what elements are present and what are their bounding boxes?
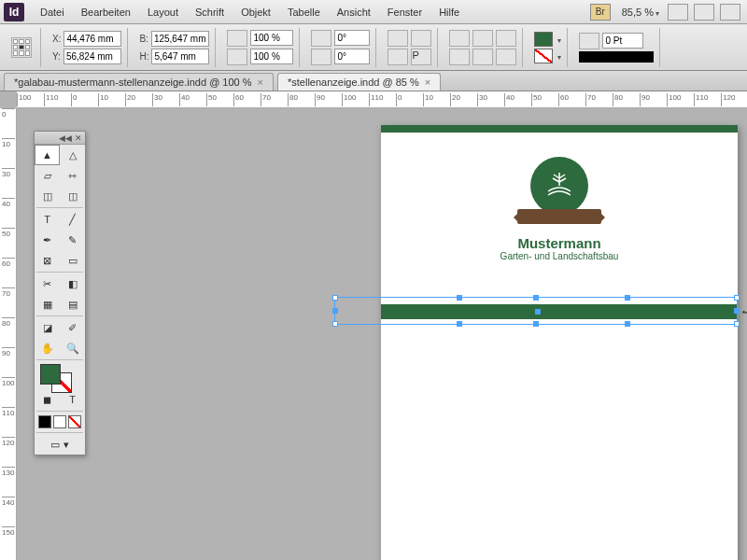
menu-datei[interactable]: Datei: [32, 7, 73, 18]
stroke-weight-field[interactable]: [602, 33, 643, 49]
scale-y-field[interactable]: [250, 49, 293, 64]
close-icon[interactable]: ×: [425, 77, 430, 88]
select-container-icon[interactable]: [449, 30, 470, 47]
document-page[interactable]: Mustermann Garten- und Landschaftsbau ⤾: [381, 125, 738, 560]
fit-frame-icon[interactable]: [496, 49, 516, 65]
arrange-button[interactable]: [694, 4, 714, 21]
rotate-ccw-icon[interactable]: [388, 30, 408, 47]
menu-ansicht[interactable]: Ansicht: [329, 7, 379, 18]
logo-ribbon: [517, 209, 601, 224]
select-content-icon[interactable]: [472, 30, 493, 47]
y-field[interactable]: [63, 49, 121, 64]
bridge-button[interactable]: Br: [590, 4, 611, 21]
gradient-feather-tool[interactable]: ▤: [60, 294, 85, 315]
rotate-cursor-icon: ⤾: [741, 305, 747, 317]
menu-hilfe[interactable]: Hilfe: [430, 7, 468, 18]
stroke-style[interactable]: [579, 51, 654, 63]
x-field[interactable]: [63, 31, 121, 47]
gap-tool[interactable]: ⇿: [60, 165, 85, 186]
zoom-level[interactable]: 85,5 %: [622, 7, 659, 18]
fill-color-swatch[interactable]: [40, 364, 61, 385]
line-tool[interactable]: ╱: [60, 209, 85, 230]
page-top-stripe: [381, 125, 738, 133]
eyedropper-tool[interactable]: ✐: [60, 317, 85, 338]
stroke-dropdown[interactable]: [556, 50, 561, 62]
workspace-button[interactable]: [720, 4, 740, 21]
stroke-weight-icon: [579, 33, 599, 49]
document-tabs: *galabau-mustermann-stellenanzeige.indd …: [0, 71, 747, 91]
menu-layout[interactable]: Layout: [139, 7, 187, 18]
tab-stellenanzeige[interactable]: *stellenanzeige.indd @ 85 %×: [277, 73, 441, 91]
ruler-vertical: 01030405060708090100110120130140150: [0, 108, 17, 560]
scale-x-icon: [227, 30, 247, 47]
h-label: H:: [139, 51, 148, 62]
brand-name: Mustermann: [381, 235, 738, 251]
rectangle-tool[interactable]: ▭: [60, 250, 85, 271]
logo-icon: [530, 157, 588, 215]
selection-tool[interactable]: ▲: [35, 145, 60, 165]
x-label: X:: [52, 34, 61, 44]
type-tool[interactable]: T: [35, 209, 60, 230]
brand-tagline: Garten- und Landschaftsbau: [381, 251, 738, 261]
rotate-icon: [311, 30, 331, 47]
height-field[interactable]: [151, 49, 209, 64]
flip-v-icon[interactable]: P: [411, 49, 431, 65]
zoom-tool[interactable]: 🔍: [60, 338, 85, 358]
apply-color-icon[interactable]: [38, 415, 51, 428]
fill-swatch[interactable]: [534, 32, 553, 47]
page-tool[interactable]: ▱: [35, 165, 60, 186]
rotate-cw-icon[interactable]: [411, 30, 431, 47]
logo-block: Mustermann Garten- und Landschaftsbau: [381, 157, 738, 261]
rotate-field[interactable]: [334, 30, 370, 46]
note-tool[interactable]: ◪: [35, 317, 60, 338]
direct-selection-tool[interactable]: △: [60, 145, 85, 165]
tools-panel: ◀◀ ✕ ▲ △ ▱ ⇿ ◫ ◫ T ╱ ✒ ✎ ⊠ ▭ ✂ ◧ ▦ ▤ ◪ ✐…: [34, 131, 86, 455]
apply-gradient-icon[interactable]: [53, 415, 66, 428]
ruler-horizontal: 1001100102030405060708090100110010203040…: [17, 91, 747, 108]
pen-tool[interactable]: ✒: [35, 230, 60, 250]
scale-x-field[interactable]: [250, 30, 293, 46]
flip-h-icon[interactable]: [388, 49, 408, 65]
scissors-tool[interactable]: ✂: [35, 273, 60, 294]
apply-none-icon[interactable]: [68, 415, 81, 428]
app-icon: Id: [4, 3, 24, 21]
width-field[interactable]: [151, 31, 209, 47]
menubar: Id Datei Bearbeiten Layout Schrift Objek…: [0, 0, 747, 24]
menu-fenster[interactable]: Fenster: [379, 7, 430, 18]
menu-schrift[interactable]: Schrift: [187, 7, 233, 18]
content-collector-tool[interactable]: ◫: [35, 186, 60, 206]
gradient-swatch-tool[interactable]: ▦: [35, 294, 60, 315]
shear-icon: [311, 49, 331, 65]
control-panel: X: Y: B: H: P: [0, 24, 747, 71]
canvas[interactable]: Mustermann Garten- und Landschaftsbau ⤾: [17, 108, 747, 560]
select-next-icon[interactable]: [449, 49, 470, 65]
stroke-swatch[interactable]: [534, 49, 553, 63]
fill-dropdown[interactable]: [556, 34, 561, 45]
shear-field[interactable]: [334, 49, 370, 64]
selection-box: ⤾: [334, 297, 738, 325]
screen-mode-button[interactable]: [668, 4, 688, 21]
y-label: Y:: [52, 51, 61, 62]
close-icon[interactable]: ×: [258, 77, 263, 88]
tab-galabau[interactable]: *galabau-mustermann-stellenanzeige.indd …: [4, 73, 274, 91]
fit-content-icon[interactable]: [472, 49, 493, 65]
menu-objekt[interactable]: Objekt: [233, 7, 279, 18]
menu-bearbeiten[interactable]: Bearbeiten: [73, 7, 139, 18]
reference-point[interactable]: [11, 37, 32, 58]
menu-tabelle[interactable]: Tabelle: [279, 7, 329, 18]
tools-header[interactable]: ◀◀ ✕: [35, 132, 85, 145]
rectangle-frame-tool[interactable]: ⊠: [35, 250, 60, 271]
content-placer-tool[interactable]: ◫: [60, 186, 85, 206]
view-mode-normal[interactable]: ▭ ▾: [35, 434, 85, 455]
select-prev-icon[interactable]: [496, 30, 516, 47]
free-transform-tool[interactable]: ◧: [60, 273, 85, 294]
scale-y-icon: [227, 49, 247, 65]
pencil-tool[interactable]: ✎: [60, 230, 85, 250]
w-label: B:: [139, 34, 148, 44]
hand-tool[interactable]: ✋: [35, 338, 60, 358]
